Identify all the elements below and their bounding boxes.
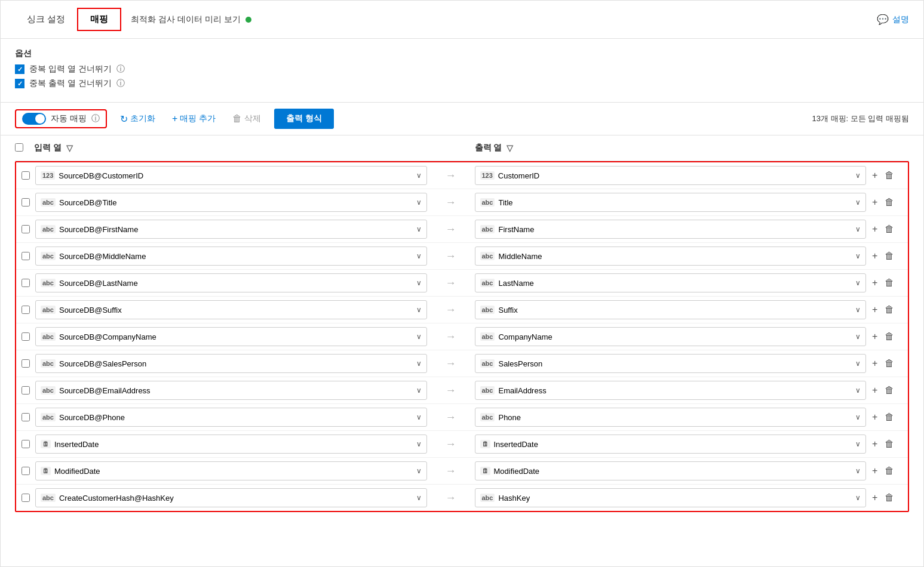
- input-dropdown-0[interactable]: 123 SourceDB@CustomerID ∨: [35, 166, 427, 185]
- auto-mapping-info-icon[interactable]: ⓘ: [91, 113, 100, 124]
- add-row-button-8[interactable]: +: [871, 384, 879, 397]
- add-mapping-button[interactable]: + 매핑 추가: [168, 111, 219, 127]
- row-checkbox-8[interactable]: [16, 386, 35, 395]
- delete-row-button-9[interactable]: 🗑: [883, 411, 895, 424]
- delete-row-button-8[interactable]: 🗑: [883, 384, 895, 397]
- output-dropdown-11[interactable]: 🗓 ModifiedDate ∨: [475, 461, 867, 480]
- delete-row-button-0[interactable]: 🗑: [883, 169, 895, 182]
- input-dropdown-4[interactable]: abc SourceDB@LastName ∨: [35, 273, 427, 292]
- output-dropdown-3[interactable]: abc MiddleName ∨: [475, 246, 867, 266]
- output-dropdown-10[interactable]: 🗓 InsertedDate ∨: [475, 435, 867, 454]
- output-dropdown-5[interactable]: abc Suffix ∨: [475, 300, 867, 319]
- row-checkbox-0[interactable]: [16, 171, 35, 180]
- add-row-button-10[interactable]: +: [871, 437, 879, 451]
- delete-row-button-1[interactable]: 🗑: [883, 196, 895, 209]
- table-row: 123 SourceDB@CustomerID ∨ → 123 Customer…: [16, 162, 908, 189]
- add-row-button-3[interactable]: +: [871, 249, 879, 263]
- input-dropdown-8[interactable]: abc SourceDB@EmailAddress ∨: [35, 381, 427, 400]
- add-row-button-7[interactable]: +: [871, 357, 879, 370]
- add-row-button-2[interactable]: +: [871, 223, 879, 236]
- input-dropdown-3[interactable]: abc SourceDB@MiddleName ∨: [35, 246, 427, 266]
- add-row-button-0[interactable]: +: [871, 169, 879, 182]
- row-checkbox-3[interactable]: [16, 252, 35, 260]
- input-dropdown-2[interactable]: abc SourceDB@FirstName ∨: [35, 220, 427, 239]
- output-dropdown-12[interactable]: abc HashKey ∨: [475, 488, 867, 507]
- row-checkbox-2[interactable]: [16, 225, 35, 233]
- delete-row-button-7[interactable]: 🗑: [883, 357, 895, 370]
- row-checkbox-12[interactable]: [16, 494, 35, 502]
- output-dropdown-7[interactable]: abc SalesPerson ∨: [475, 354, 867, 373]
- output-dropdown-6[interactable]: abc CompanyName ∨: [475, 327, 867, 346]
- add-row-button-6[interactable]: +: [871, 330, 879, 343]
- add-row-button-11[interactable]: +: [871, 464, 879, 477]
- row-actions-0: + 🗑: [866, 169, 908, 182]
- add-row-button-1[interactable]: +: [871, 196, 879, 209]
- input-filter-icon[interactable]: ▽: [66, 143, 73, 153]
- row-select-4[interactable]: [22, 279, 30, 287]
- output-format-button[interactable]: 출력 형식: [274, 109, 334, 129]
- delete-row-button-5[interactable]: 🗑: [883, 303, 895, 316]
- row-checkbox-11[interactable]: [16, 467, 35, 475]
- arrow-icon-5: →: [446, 304, 456, 316]
- add-row-button-4[interactable]: +: [871, 276, 879, 289]
- delete-row-button-4[interactable]: 🗑: [883, 276, 895, 289]
- row-select-10[interactable]: [22, 440, 30, 448]
- skip-dup-input-checkbox[interactable]: [15, 64, 24, 74]
- output-dropdown-8[interactable]: abc EmailAddress ∨: [475, 381, 867, 400]
- input-dropdown-10[interactable]: 🗓 InsertedDate ∨: [35, 435, 427, 454]
- skip-dup-output-checkbox[interactable]: [15, 79, 24, 88]
- output-dropdown-2[interactable]: abc FirstName ∨: [475, 220, 867, 239]
- input-dropdown-9[interactable]: abc SourceDB@Phone ∨: [35, 408, 427, 427]
- output-dropdown-4[interactable]: abc LastName ∨: [475, 273, 867, 292]
- row-checkbox-1[interactable]: [16, 198, 35, 207]
- row-checkbox-4[interactable]: [16, 279, 35, 287]
- row-checkbox-7[interactable]: [16, 359, 35, 368]
- row-select-7[interactable]: [22, 359, 30, 368]
- delete-row-button-10[interactable]: 🗑: [883, 437, 895, 451]
- input-dropdown-1[interactable]: abc SourceDB@Title ∨: [35, 193, 427, 212]
- delete-row-button-6[interactable]: 🗑: [883, 330, 895, 343]
- row-select-8[interactable]: [22, 386, 30, 395]
- output-chevron-icon-3: ∨: [855, 252, 861, 260]
- row-select-6[interactable]: [22, 332, 30, 341]
- delete-row-button-3[interactable]: 🗑: [883, 249, 895, 263]
- add-row-button-12[interactable]: +: [871, 491, 879, 504]
- add-row-button-9[interactable]: +: [871, 411, 879, 424]
- row-select-12[interactable]: [22, 494, 30, 502]
- auto-mapping-toggle[interactable]: [22, 113, 46, 125]
- row-checkbox-9[interactable]: [16, 413, 35, 421]
- select-all-checkbox[interactable]: [15, 143, 23, 152]
- input-dropdown-5[interactable]: abc SourceDB@Suffix ∨: [35, 300, 427, 319]
- row-select-0[interactable]: [22, 171, 30, 180]
- row-select-2[interactable]: [22, 225, 30, 233]
- delete-button[interactable]: 🗑 삭제: [229, 111, 265, 127]
- skip-dup-input-info-icon[interactable]: ⓘ: [116, 64, 125, 75]
- row-checkbox-5[interactable]: [16, 306, 35, 314]
- output-chevron-icon-6: ∨: [855, 332, 861, 341]
- input-dropdown-7[interactable]: abc SourceDB@SalesPerson ∨: [35, 354, 427, 373]
- output-dropdown-9[interactable]: abc Phone ∨: [475, 408, 867, 427]
- input-dropdown-12[interactable]: abc CreateCustomerHash@HashKey ∨: [35, 488, 427, 507]
- input-dropdown-11[interactable]: 🗓 ModifiedDate ∨: [35, 461, 427, 480]
- output-filter-icon[interactable]: ▽: [506, 143, 513, 153]
- tab-mapping[interactable]: 매핑: [77, 8, 121, 31]
- tab-sink-settings[interactable]: 싱크 설정: [15, 9, 77, 30]
- row-checkbox-6[interactable]: [16, 332, 35, 341]
- delete-row-button-12[interactable]: 🗑: [883, 491, 895, 504]
- input-chevron-icon-1: ∨: [416, 198, 422, 207]
- row-select-3[interactable]: [22, 252, 30, 260]
- row-select-9[interactable]: [22, 413, 30, 421]
- skip-dup-output-info-icon[interactable]: ⓘ: [116, 78, 125, 89]
- add-row-button-5[interactable]: +: [871, 303, 879, 316]
- input-dropdown-6[interactable]: abc SourceDB@CompanyName ∨: [35, 327, 427, 346]
- row-select-5[interactable]: [22, 306, 30, 314]
- reset-button[interactable]: ↻ 초기화: [116, 111, 159, 127]
- output-dropdown-0[interactable]: 123 CustomerID ∨: [475, 166, 867, 185]
- delete-row-button-2[interactable]: 🗑: [883, 223, 895, 236]
- row-select-1[interactable]: [22, 198, 30, 207]
- row-select-11[interactable]: [22, 467, 30, 475]
- comment-button[interactable]: 💬 설명: [877, 14, 909, 25]
- output-dropdown-1[interactable]: abc Title ∨: [475, 193, 867, 212]
- row-checkbox-10[interactable]: [16, 440, 35, 448]
- delete-row-button-11[interactable]: 🗑: [883, 464, 895, 477]
